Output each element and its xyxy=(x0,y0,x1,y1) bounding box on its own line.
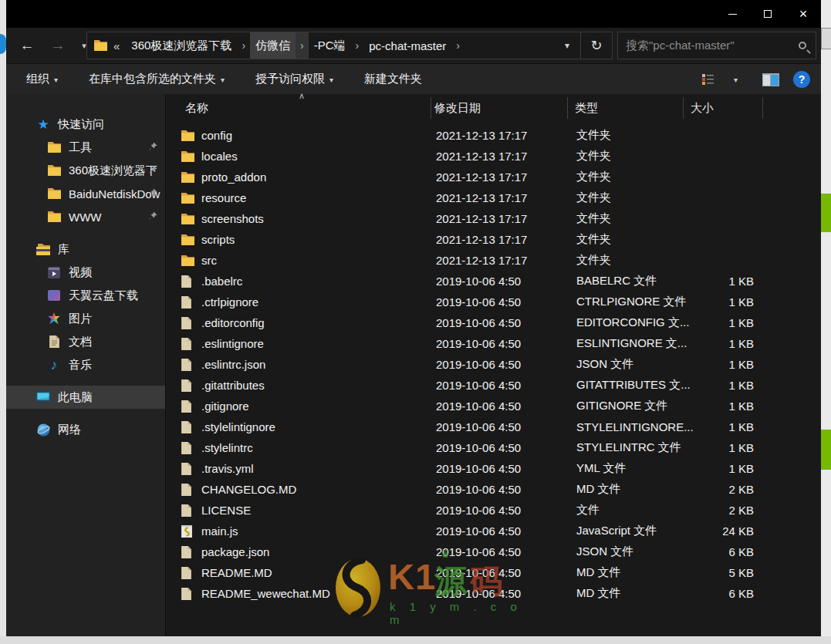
file-icon xyxy=(181,463,201,475)
maximize-button[interactable] xyxy=(750,0,785,28)
table-row[interactable]: .stylelintrc2019-10-06 4:50STYLELINTRC 文… xyxy=(166,437,821,458)
file-name: .editorconfig xyxy=(201,316,436,329)
file-icon xyxy=(181,588,201,600)
breadcrumb-item[interactable]: 仿微信 xyxy=(250,32,296,59)
column-header-name[interactable]: 名称 xyxy=(185,101,208,116)
refresh-button[interactable]: ↻ xyxy=(581,37,612,54)
table-row[interactable]: README.MD2019-10-06 4:50MD 文件5 KB xyxy=(166,562,821,583)
chevron-down-icon: ▾ xyxy=(329,76,333,84)
table-row[interactable]: .babelrc2019-10-06 4:50BABELRC 文件1 KB xyxy=(166,271,821,292)
table-row[interactable]: main.js2019-10-06 4:50JavaScript 文件24 KB xyxy=(166,521,821,541)
column-divider[interactable] xyxy=(683,97,684,119)
table-row[interactable]: .editorconfig2019-10-06 4:50EDITORCONFIG… xyxy=(166,312,821,333)
sidebar-item[interactable]: 工具 xyxy=(6,136,165,159)
breadcrumb-separator-icon[interactable]: › xyxy=(351,32,364,59)
folder-icon xyxy=(46,188,62,199)
sidebar-item[interactable]: 文档 xyxy=(6,330,165,353)
table-row[interactable]: .eslintignore2019-10-06 4:50ESLINTIGNORE… xyxy=(166,333,821,354)
column-header-date[interactable]: 修改日期 xyxy=(434,101,481,116)
toolbar-item[interactable]: 新建文件夹 xyxy=(353,72,433,86)
breadcrumb-separator-icon[interactable]: › xyxy=(296,32,309,59)
sidebar-item-network[interactable]: 网络 xyxy=(6,418,165,441)
search-box[interactable]: 搜索"pc-chat-master" xyxy=(617,32,816,59)
file-list: config2021-12-13 17:17文件夹locales2021-12-… xyxy=(166,125,821,636)
table-row[interactable]: README_wewechat.MD2019-10-06 4:50MD 文件6 … xyxy=(166,583,821,604)
column-divider[interactable] xyxy=(567,97,568,119)
sidebar-item-label: 图片 xyxy=(69,312,92,326)
file-icon xyxy=(181,275,201,288)
file-name: main.js xyxy=(201,524,436,538)
table-row[interactable]: CHANGELOG.MD2019-10-06 4:50MD 文件2 KB xyxy=(166,479,821,500)
file-date: 2019-10-06 4:50 xyxy=(436,462,576,475)
breadcrumb-separator-icon[interactable]: › xyxy=(451,32,464,59)
breadcrumb-item[interactable]: pc-chat-master xyxy=(363,32,451,59)
file-date: 2019-10-06 4:50 xyxy=(436,358,576,371)
view-dropdown-button[interactable]: ▾ xyxy=(734,76,738,84)
folder-icon xyxy=(94,40,107,51)
table-row[interactable]: .eslintrc.json2019-10-06 4:50JSON 文件1 KB xyxy=(166,354,821,375)
preview-pane-button[interactable] xyxy=(762,73,779,86)
chevron-down-icon: ▾ xyxy=(82,41,86,50)
file-date: 2021-12-13 17:17 xyxy=(436,129,576,142)
sidebar-item[interactable]: 360极速浏览器下 xyxy=(6,159,165,182)
breadcrumb-item[interactable]: 360极速浏览器下载 xyxy=(126,32,237,59)
table-row[interactable]: screenshots2021-12-13 17:17文件夹 xyxy=(166,208,821,229)
file-name: resource xyxy=(201,191,436,204)
file-type: 文件 xyxy=(576,503,694,518)
search-input[interactable]: 搜索"pc-chat-master" xyxy=(618,39,789,53)
address-bar[interactable]: « 360极速浏览器下载›仿微信›-PC端›pc-chat-master› ▾ … xyxy=(86,32,613,59)
column-header-size[interactable]: 大小 xyxy=(691,101,714,116)
help-button[interactable]: ? xyxy=(793,71,810,88)
sidebar-item[interactable]: ♪音乐 xyxy=(6,353,165,376)
table-row[interactable]: .gitignore2019-10-06 4:50GITIGNORE 文件1 K… xyxy=(166,396,821,416)
sidebar-item-label: 库 xyxy=(58,242,69,257)
table-row[interactable]: .travis.yml2019-10-06 4:50YML 文件1 KB xyxy=(166,458,821,479)
column-header-type[interactable]: 类型 xyxy=(575,101,598,116)
breadcrumb-separator-icon[interactable]: › xyxy=(237,32,250,59)
list-view-button[interactable] xyxy=(701,73,715,86)
forward-button[interactable]: → xyxy=(48,36,68,55)
file-size: 24 KB xyxy=(694,524,754,538)
search-button[interactable] xyxy=(789,42,816,49)
sidebar-item-quick-access[interactable]: ★快速访问 xyxy=(6,113,165,136)
sidebar-item[interactable]: 图片 xyxy=(6,307,165,330)
folder-icon xyxy=(181,234,201,245)
file-type: STYLELINTRC 文件 xyxy=(576,440,694,455)
column-divider[interactable] xyxy=(762,97,763,119)
file-icon xyxy=(181,546,201,558)
address-dropdown-button[interactable]: ▾ xyxy=(554,40,580,51)
minimize-button[interactable] xyxy=(714,0,750,28)
table-row[interactable]: proto_addon2021-12-13 17:17文件夹 xyxy=(166,167,821,187)
close-button[interactable]: × xyxy=(785,0,821,28)
toolbar-item[interactable]: 授予访问权限▾ xyxy=(245,72,344,86)
sidebar-item[interactable]: 天翼云盘下载 xyxy=(6,284,165,307)
sidebar-item-libraries[interactable]: 库 xyxy=(6,238,165,261)
file-icon xyxy=(181,296,201,309)
file-type: EDITORCONFIG 文... xyxy=(576,315,694,330)
pin-icon xyxy=(149,142,157,150)
pictures-icon xyxy=(46,312,62,325)
column-divider[interactable] xyxy=(431,97,431,119)
sidebar-item[interactable]: BaiduNetdiskDow xyxy=(6,182,165,205)
breadcrumb-item[interactable]: -PC端 xyxy=(309,32,351,59)
videos-icon xyxy=(46,267,62,278)
table-row[interactable]: config2021-12-13 17:17文件夹 xyxy=(166,125,821,146)
table-row[interactable]: LICENSE2019-10-06 4:50文件2 KB xyxy=(166,500,821,521)
table-row[interactable]: scripts2021-12-13 17:17文件夹 xyxy=(166,229,821,250)
table-row[interactable]: .ctrlpignore2019-10-06 4:50CTRLPIGNORE 文… xyxy=(166,292,821,312)
breadcrumb-overflow-icon[interactable]: « xyxy=(113,39,120,52)
sidebar-item-this-pc[interactable]: 此电脑 xyxy=(6,386,165,409)
table-row[interactable]: resource2021-12-13 17:17文件夹 xyxy=(166,187,821,208)
toolbar-item[interactable]: 在库中包含所选的文件夹▾ xyxy=(78,72,235,86)
back-button[interactable]: ← xyxy=(17,36,37,55)
table-row[interactable]: src2021-12-13 17:17文件夹 xyxy=(166,250,821,271)
toolbar-item[interactable]: 组织▾ xyxy=(15,72,69,86)
sidebar-item[interactable]: 视频 xyxy=(6,261,165,284)
toolbar-right-group: ▾ ? xyxy=(701,64,810,95)
sidebar-item[interactable]: WWW xyxy=(6,205,165,228)
table-row[interactable]: .gitattributes2019-10-06 4:50GITATTRIBUT… xyxy=(166,375,821,396)
table-row[interactable]: locales2021-12-13 17:17文件夹 xyxy=(166,146,821,167)
file-size: 5 KB xyxy=(694,566,754,579)
table-row[interactable]: package.json2019-10-06 4:50JSON 文件6 KB xyxy=(166,541,821,562)
table-row[interactable]: .stylelintignore2019-10-06 4:50STYLELINT… xyxy=(166,416,821,437)
